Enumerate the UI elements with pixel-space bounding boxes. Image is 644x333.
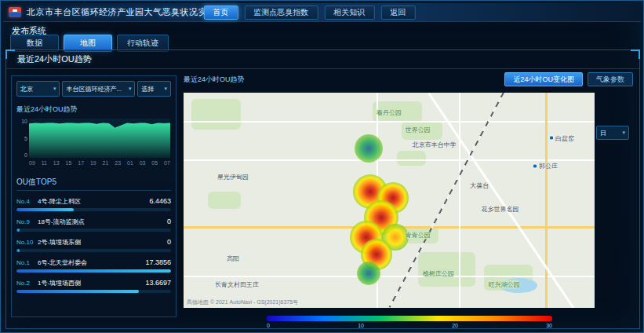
- metro-station-icon: [549, 136, 554, 141]
- nav-item-2[interactable]: 相关知识: [324, 5, 374, 20]
- top5-name: 4号-降尘上料区: [38, 197, 146, 206]
- map-attribution: 高德地图 © 2021 AutoNavi - GS(2021)6375号: [187, 298, 298, 306]
- y-tick-label: 0: [16, 152, 27, 158]
- main-panel: 最近24小时OU趋势 北京▾丰台区循环经济产...▾选择▾ 最近24小时OU趋势…: [5, 49, 640, 329]
- x-tick-label: 13: [53, 160, 60, 166]
- top5-bar-fill: [16, 290, 139, 293]
- map-label: 星光伊甸园: [217, 172, 249, 181]
- x-tick-label: 15: [66, 160, 72, 166]
- map-header: 最近24小时OU趋势 近24小时OU变化图气象参数: [184, 72, 633, 86]
- top5-name: 18号-流动监测点: [38, 218, 164, 226]
- chevron-down-icon: ▾: [164, 86, 167, 92]
- nav-item-0[interactable]: 首页: [203, 5, 238, 20]
- legend-gradient: [267, 316, 552, 321]
- y-tick-label: 5: [16, 136, 27, 141]
- top5-row-1: No.918号-流动监测点0: [16, 218, 171, 232]
- map-canvas[interactable]: 看丹公园世界公园北京市丰台中学星光伊甸园大葆台花乡世界名园青青公园榆树庄公园旺兴…: [184, 93, 595, 308]
- map-button-1[interactable]: 气象参数: [588, 72, 633, 86]
- top5-row-0: No.44号-降尘上料区6.4463: [16, 197, 171, 211]
- trend-y-axis: 1050: [16, 119, 27, 158]
- top5-value: 17.3856: [145, 258, 171, 266]
- legend-ticks: 0102030: [267, 323, 552, 328]
- map-buttons: 近24小时OU变化图气象参数: [500, 72, 633, 86]
- nav-item-3[interactable]: 返回: [380, 5, 415, 20]
- nav-item-1[interactable]: 监测点恶臭指数: [244, 5, 318, 20]
- trend-chart: 1050 091113151719212301030507: [16, 119, 171, 169]
- top5-bar-fill: [16, 229, 20, 232]
- x-tick-label: 11: [42, 160, 47, 166]
- top5-row-2: No.102号-填埋场东侧0: [16, 238, 171, 252]
- top5-row-text: No.16号-北天堂村委会17.3856: [16, 258, 171, 267]
- top5-value: 0: [167, 218, 171, 225]
- filter-select-value: 选择: [141, 85, 154, 93]
- map-label: 北京市丰台中学: [413, 140, 457, 148]
- x-tick-label: 05: [151, 160, 158, 166]
- app-logo-icon: [9, 7, 21, 17]
- x-tick-label: 01: [127, 160, 133, 166]
- top5-bar-fill: [16, 249, 20, 252]
- top5-value: 6.4463: [149, 197, 171, 205]
- top5-value: 13.6697: [145, 279, 171, 287]
- top5-bar-fill: [16, 208, 74, 211]
- top5-row-text: No.102号-填埋场东侧0: [16, 238, 171, 247]
- top5-rank: No.10: [16, 239, 35, 246]
- top5-name: 6号-北天堂村委会: [38, 258, 142, 267]
- map-label: 榆树庄公园: [423, 269, 454, 278]
- topbar: 北京市丰台区循环经济产业园大气恶臭状况实时 首页监测点恶臭指数相关知识返回: [3, 3, 641, 22]
- map-label: 高阳: [227, 254, 239, 262]
- trend-chart-svg: [29, 119, 170, 158]
- map-labels: 看丹公园世界公园北京市丰台中学星光伊甸园大葆台花乡世界名园青青公园榆树庄公园旺兴…: [184, 93, 595, 308]
- y-tick-label: 10: [16, 119, 27, 124]
- map-label: 青青公园: [406, 230, 431, 239]
- top5-bar-track: [16, 229, 171, 232]
- map-button-0[interactable]: 近24小时OU变化图: [504, 72, 583, 86]
- metro-station-icon: [533, 164, 537, 169]
- map-title: 最近24小时OU趋势: [184, 75, 245, 85]
- map-label: 长青文村田王庄: [215, 280, 259, 288]
- map-label: 看丹公园: [377, 108, 402, 116]
- top5-bar-track: [16, 290, 171, 293]
- app-root: 北京市丰台区循环经济产业园大气恶臭状况实时 首页监测点恶臭指数相关知识返回 发布…: [0, 0, 644, 333]
- x-tick-label: 21: [103, 160, 109, 166]
- chevron-down-icon: ▾: [622, 130, 625, 136]
- period-select[interactable]: 日 ▾: [596, 126, 629, 140]
- x-tick-label: 07: [164, 160, 170, 166]
- top5-row-text: No.918号-流动监测点0: [16, 218, 171, 226]
- map-label: 花乡世界名园: [481, 204, 518, 213]
- map-label: 世界公园: [406, 125, 431, 134]
- legend-tick: 30: [546, 323, 552, 328]
- filter-select-0[interactable]: 北京▾: [16, 81, 60, 97]
- legend: 0102030: [267, 316, 552, 328]
- panel-title: 最近24小时OU趋势: [17, 53, 92, 65]
- filter-select-value: 丰台区循环经济产...: [66, 85, 122, 93]
- top5-value: 0: [167, 238, 171, 246]
- top5-rank: No.9: [16, 218, 35, 225]
- top5-bar-track: [16, 269, 171, 273]
- top5-bar-fill: [16, 269, 171, 273]
- top5-title: OU值TOP5: [16, 177, 171, 191]
- top5-row-4: No.21号-填埋场西侧13.6697: [16, 279, 171, 293]
- period-select-value: 日: [600, 129, 606, 137]
- map-label: 白盆窑: [549, 134, 574, 142]
- top5-bar-track: [16, 249, 171, 252]
- trend-title: 最近24小时OU趋势: [16, 104, 171, 115]
- app-title: 北京市丰台区循环经济产业园大气恶臭状况实时: [27, 6, 216, 18]
- x-tick-label: 23: [115, 160, 121, 166]
- top5-name: 2号-填埋场东侧: [38, 238, 164, 247]
- x-tick-label: 19: [90, 160, 96, 166]
- filter-select-1[interactable]: 丰台区循环经济产...▾: [62, 81, 135, 97]
- left-panel: 北京▾丰台区循环经济产...▾选择▾ 最近24小时OU趋势 1050 09111…: [11, 75, 176, 317]
- map-label: 大葆台: [470, 181, 489, 189]
- x-tick-label: 17: [78, 160, 84, 166]
- top5-list: No.44号-降尘上料区6.4463No.918号-流动监测点0No.102号-…: [16, 197, 171, 293]
- filter-select-2[interactable]: 选择▾: [137, 81, 171, 97]
- top-nav: 首页监测点恶臭指数相关知识返回: [203, 5, 415, 20]
- map-label: 郭公庄: [533, 162, 558, 170]
- top5-name: 1号-填埋场西侧: [38, 279, 142, 287]
- legend-tick: 20: [452, 323, 458, 328]
- chevron-down-icon: ▾: [53, 86, 56, 92]
- top5-rank: No.1: [16, 259, 35, 266]
- top5-row-3: No.16号-北天堂村委会17.3856: [16, 258, 171, 273]
- top5-rank: No.2: [16, 280, 35, 287]
- top5-rank: No.4: [16, 198, 35, 205]
